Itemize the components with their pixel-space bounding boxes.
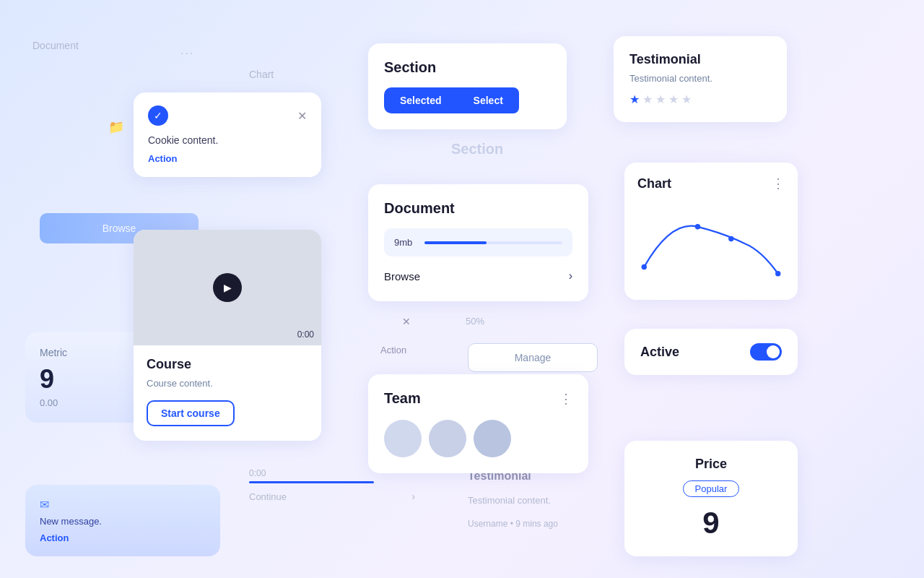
cookie-content: Cookie content. bbox=[148, 134, 307, 146]
price-value: 9 bbox=[640, 506, 782, 540]
message-card: ✉ New message. Action bbox=[25, 485, 220, 556]
section-title: Section bbox=[384, 59, 551, 76]
selected-button[interactable]: Selected bbox=[384, 87, 458, 113]
document-card: Document 9mb Browse › bbox=[368, 184, 588, 301]
cookie-card: ✓ ✕ Cookie content. Action bbox=[134, 92, 321, 177]
chart-svg bbox=[637, 200, 785, 287]
testimonial-title: Testimonial bbox=[629, 52, 771, 67]
section-button-group: Selected Select bbox=[384, 87, 551, 113]
testimonial-content: Testimonial content. bbox=[629, 73, 771, 84]
ghost-progress bbox=[249, 481, 374, 483]
ghost-arrow-icon: › bbox=[411, 491, 415, 502]
star-rating: ★ ★ ★ ★ ★ bbox=[629, 92, 771, 106]
file-progress bbox=[424, 241, 562, 244]
ghost-close: ✕ bbox=[402, 316, 411, 327]
bg-document-label: Document bbox=[32, 40, 79, 51]
start-course-button[interactable]: Start course bbox=[147, 400, 235, 426]
course-video-thumbnail: ▶ 0:00 bbox=[134, 230, 321, 345]
team-card: Team ⋮ bbox=[368, 374, 588, 473]
team-avatars bbox=[384, 420, 572, 457]
price-card: Price Popular 9 bbox=[624, 441, 798, 556]
toggle-knob bbox=[767, 345, 780, 358]
ghost-testimonial-content: Testimonial content. bbox=[468, 495, 551, 506]
testimonial-card: Testimonial Testimonial content. ★ ★ ★ ★… bbox=[614, 36, 787, 122]
ghost-pct: 50% bbox=[466, 316, 484, 327]
section-card: Section Selected Select bbox=[368, 43, 567, 129]
chart-title: Chart bbox=[637, 176, 671, 191]
svg-point-3 bbox=[775, 271, 780, 276]
select-button[interactable]: Select bbox=[458, 87, 519, 113]
bg-chart-label: Chart bbox=[249, 69, 274, 80]
star-2: ★ bbox=[642, 92, 653, 106]
cookie-check-icon: ✓ bbox=[148, 105, 168, 126]
svg-point-0 bbox=[642, 264, 647, 269]
play-icon[interactable]: ▶ bbox=[213, 273, 242, 302]
course-card: ▶ 0:00 Course Course content. Start cour… bbox=[134, 230, 321, 441]
bg-dots: ··· bbox=[180, 47, 194, 60]
ghost-username: Username • 9 mins ago bbox=[468, 519, 558, 529]
ghost-manage-button[interactable]: Manage bbox=[468, 343, 598, 372]
team-title: Team bbox=[384, 390, 421, 407]
message-action-link[interactable]: Action bbox=[40, 532, 206, 543]
ghost-action: Action bbox=[380, 345, 406, 355]
active-label: Active bbox=[640, 345, 679, 360]
folder-icon: 📁 bbox=[108, 119, 124, 135]
chart-menu-icon[interactable]: ⋮ bbox=[772, 176, 785, 191]
browse-row[interactable]: Browse › bbox=[384, 267, 572, 285]
ghost-video-bar: 0:00 Continue › bbox=[249, 468, 415, 502]
star-5: ★ bbox=[681, 92, 692, 106]
course-content-text: Course content. bbox=[147, 378, 308, 389]
active-toggle[interactable] bbox=[750, 343, 782, 361]
star-4: ★ bbox=[668, 92, 679, 106]
chevron-right-icon: › bbox=[569, 269, 572, 282]
document-title: Document bbox=[384, 200, 572, 217]
bg-section-label: Section bbox=[451, 141, 503, 158]
cookie-action-link[interactable]: Action bbox=[148, 153, 307, 164]
document-file-row: 9mb bbox=[384, 228, 572, 256]
mail-icon: ✉ bbox=[40, 498, 206, 512]
file-progress-bar bbox=[424, 241, 487, 244]
course-time: 0:00 bbox=[297, 329, 314, 340]
close-icon[interactable]: ✕ bbox=[297, 109, 307, 123]
avatar bbox=[474, 420, 511, 457]
svg-point-1 bbox=[695, 224, 700, 229]
file-size: 9mb bbox=[394, 237, 416, 248]
avatar bbox=[429, 420, 466, 457]
more-options-icon[interactable]: ⋮ bbox=[559, 391, 572, 407]
avatar bbox=[384, 420, 422, 457]
ghost-continue-label: Continue bbox=[249, 491, 287, 502]
star-1: ★ bbox=[629, 92, 640, 106]
active-card: Active bbox=[624, 329, 798, 375]
chart-card: Chart ⋮ bbox=[624, 163, 798, 300]
svg-point-2 bbox=[728, 236, 733, 241]
course-title: Course bbox=[147, 357, 308, 372]
star-3: ★ bbox=[655, 92, 666, 106]
browse-label: Browse bbox=[384, 270, 420, 282]
message-text: New message. bbox=[40, 516, 206, 527]
price-title: Price bbox=[640, 457, 782, 472]
price-badge: Popular bbox=[683, 480, 740, 497]
